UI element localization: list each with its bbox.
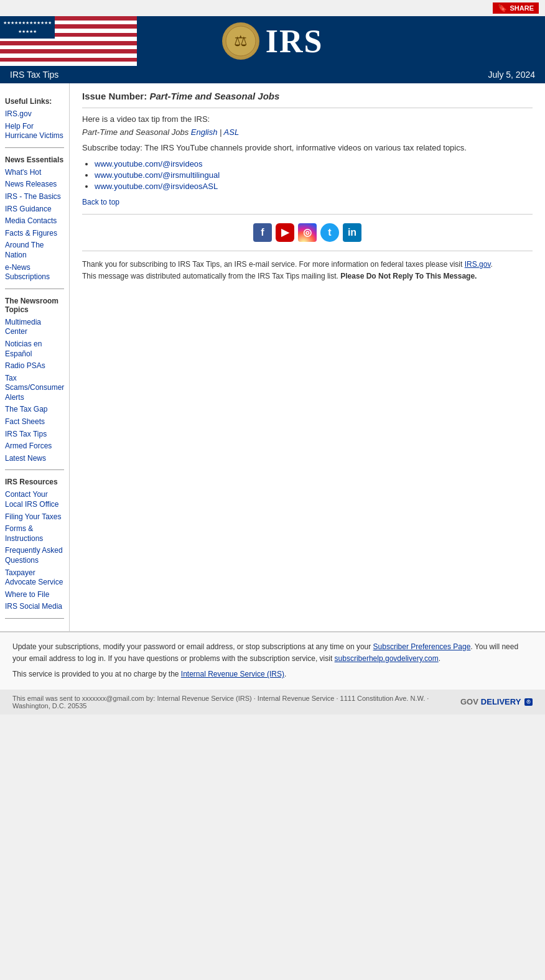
youtube-link-2[interactable]: www.youtube.com/@irsmultilingual [95, 170, 220, 180]
email-info-text: This email was sent to xxxxxxx@gmail.com… [12, 695, 460, 710]
asl-link[interactable]: ASL [224, 127, 240, 137]
thank-you-section: Thank you for subscribing to IRS Tax Tip… [82, 259, 533, 282]
sidebar-item-filing-taxes[interactable]: Filing Your Taxes [5, 512, 64, 522]
social-section: f ▶ ◎ t in [82, 214, 533, 251]
yt-label: ▶ [281, 226, 289, 238]
irs-logo: ⚖ IRS [222, 22, 324, 60]
sidebar: Useful Links: IRS.gov Help For Hurricane… [0, 83, 70, 631]
youtube-icon[interactable]: ▶ [276, 223, 294, 242]
content-area: Issue Number: Part-Time and Seasonal Job… [70, 83, 545, 631]
sidebar-item-whats-hot[interactable]: What's Hot [5, 168, 64, 178]
flag-background: ★ ★ ★ ★ ★ ★ ★ ★ ★ ★ ★ ★ ★ ★ ★ ★ ★ ★ [0, 16, 137, 66]
subscriber-preferences-link[interactable]: Subscriber Preferences Page [373, 642, 471, 651]
sidebar-item-tax-gap[interactable]: The Tax Gap [5, 405, 64, 415]
footer-sub-para1: Update your subscriptions, modify your p… [12, 641, 533, 665]
sidebar-item-latest-news[interactable]: Latest News [5, 454, 64, 464]
bottom-bar: This email was sent to xxxxxxx@gmail.com… [0, 690, 545, 714]
sidebar-item-irs-gov[interactable]: IRS.gov [5, 109, 64, 119]
eagle-seal: ⚖ [222, 22, 259, 60]
footer-subscription: Update your subscriptions, modify your p… [0, 631, 545, 690]
facebook-icon[interactable]: f [253, 223, 272, 242]
do-not-reply-text: Please Do Not Reply To This Message. [340, 272, 477, 280]
main-container: Useful Links: IRS.gov Help For Hurricane… [0, 83, 545, 631]
sidebar-item-enews[interactable]: e-News Subscriptions [5, 263, 64, 282]
tw-label: t [328, 227, 331, 238]
share-label: SHARE [510, 4, 534, 12]
newsroom-topics-label: The Newsroom Topics [5, 297, 64, 314]
bookmark-icon: 🔖 [498, 4, 507, 12]
share-bar: 🔖 SHARE [0, 0, 545, 16]
youtube-links-list: www.youtube.com/@irsvideos www.youtube.c… [95, 159, 533, 191]
sidebar-item-hurricane[interactable]: Help For Hurricane Victims [5, 122, 64, 141]
irs-service-link[interactable]: Internal Revenue Service (IRS) [181, 670, 284, 678]
youtube-link-1[interactable]: www.youtube.com/@irsvideos [95, 159, 203, 169]
sidebar-item-multimedia[interactable]: Multimedia Center [5, 318, 64, 337]
eagle-svg: ⚖ [225, 25, 256, 57]
back-to-top: Back to top [82, 197, 533, 206]
tax-tips-date: July 5, 2024 [488, 70, 536, 80]
thank-you-text-start: Thank you for subscribing to IRS Tax Tip… [82, 260, 465, 269]
news-essentials-label: News Essentials [5, 155, 64, 164]
issue-number-line: Issue Number: Part-Time and Seasonal Job… [82, 91, 533, 101]
thank-you-period: . [491, 260, 493, 269]
irs-wordmark: IRS [266, 23, 324, 60]
sidebar-item-noticias[interactable]: Noticias en Español [5, 340, 64, 359]
thank-you-line1: Thank you for subscribing to IRS Tax Tip… [82, 259, 533, 270]
footer-text-start: Update your subscriptions, modify your p… [12, 642, 373, 651]
govdelivery-help-link[interactable]: subscriberhelp.govdelivery.com [335, 654, 439, 663]
video-tip-intro: Here is a video tax tip from the IRS: [82, 114, 533, 124]
share-button[interactable]: 🔖 SHARE [493, 2, 539, 14]
useful-links-label: Useful Links: [5, 97, 64, 106]
instagram-icon[interactable]: ◎ [298, 223, 317, 242]
sidebar-item-social-media[interactable]: IRS Social Media [5, 602, 64, 612]
sidebar-item-irs-tax-tips[interactable]: IRS Tax Tips [5, 430, 64, 440]
star-18: ★ [33, 29, 37, 34]
sidebar-item-around-nation[interactable]: Around The Nation [5, 241, 64, 260]
issue-title: Part-Time and Seasonal Jobs [149, 91, 279, 101]
sidebar-divider-2 [5, 289, 64, 289]
part-time-link-line: Part-Time and Seasonal Jobs English | AS… [82, 127, 533, 137]
sidebar-item-contact-local[interactable]: Contact Your Local IRS Office [5, 490, 64, 509]
sidebar-item-media-contacts[interactable]: Media Contacts [5, 216, 64, 226]
sidebar-divider-1 [5, 147, 64, 148]
header: ★ ★ ★ ★ ★ ★ ★ ★ ★ ★ ★ ★ ★ ★ ★ ★ ★ ★ ⚖ IR… [0, 16, 545, 66]
sidebar-item-armed-forces[interactable]: Armed Forces [5, 441, 64, 451]
youtube-link-3[interactable]: www.youtube.com/@irsvideosASL [95, 182, 218, 191]
sidebar-item-forms[interactable]: Forms & Instructions [5, 524, 64, 543]
thank-you-line2: This message was distributed automatical… [82, 270, 533, 282]
ig-label: ◎ [303, 226, 312, 238]
sidebar-item-faq[interactable]: Frequently Asked Questions [5, 546, 64, 565]
sidebar-item-irs-guidance[interactable]: IRS Guidance [5, 205, 64, 215]
service-text-end: . [284, 670, 286, 678]
tax-tips-title: IRS Tax Tips [10, 70, 58, 80]
sidebar-item-facts-figures[interactable]: Facts & Figures [5, 229, 64, 239]
list-item: www.youtube.com/@irsvideosASL [95, 182, 533, 191]
sidebar-item-news-releases[interactable]: News Releases [5, 180, 64, 190]
service-text-start: This service is provided to you at no ch… [12, 670, 181, 678]
sidebar-item-tax-scams[interactable]: Tax Scams/Consumer Alerts [5, 374, 64, 403]
sidebar-item-irs-basics[interactable]: IRS - The Basics [5, 192, 64, 202]
social-icons-group: f ▶ ◎ t in [253, 223, 361, 242]
gov-text: GOV [460, 697, 478, 706]
footer-sub-para2: This service is provided to you at no ch… [12, 668, 533, 680]
govdelivery-badge: ® [524, 698, 533, 706]
sidebar-item-where-to-file[interactable]: Where to File [5, 590, 64, 600]
linkedin-icon[interactable]: in [343, 223, 361, 242]
fb-label: f [261, 227, 264, 238]
sidebar-item-taxpayer-advocate[interactable]: Taxpayer Advocate Service [5, 568, 64, 588]
sidebar-item-radio-psas[interactable]: Radio PSAs [5, 361, 64, 371]
back-to-top-link[interactable]: Back to top [82, 198, 119, 206]
irs-gov-link[interactable]: IRS.gov [465, 260, 491, 269]
flag-stars: ★ ★ ★ ★ ★ ★ ★ ★ ★ ★ ★ ★ ★ ★ ★ ★ ★ ★ [0, 16, 55, 39]
content-divider-1 [82, 108, 533, 108]
english-link[interactable]: English [191, 127, 218, 137]
sidebar-item-fact-sheets[interactable]: Fact Sheets [5, 417, 64, 427]
list-item: www.youtube.com/@irsmultilingual [95, 170, 533, 180]
footer-text-end: . [439, 654, 440, 663]
auto-msg-text: This message was distributed automatical… [82, 272, 340, 280]
irs-resources-label: IRS Resources [5, 478, 64, 486]
list-item: www.youtube.com/@irsvideos [95, 159, 533, 169]
part-time-text: Part-Time and Seasonal Jobs [82, 127, 189, 137]
twitter-icon[interactable]: t [320, 223, 339, 242]
star-13: ★ [48, 21, 52, 25]
